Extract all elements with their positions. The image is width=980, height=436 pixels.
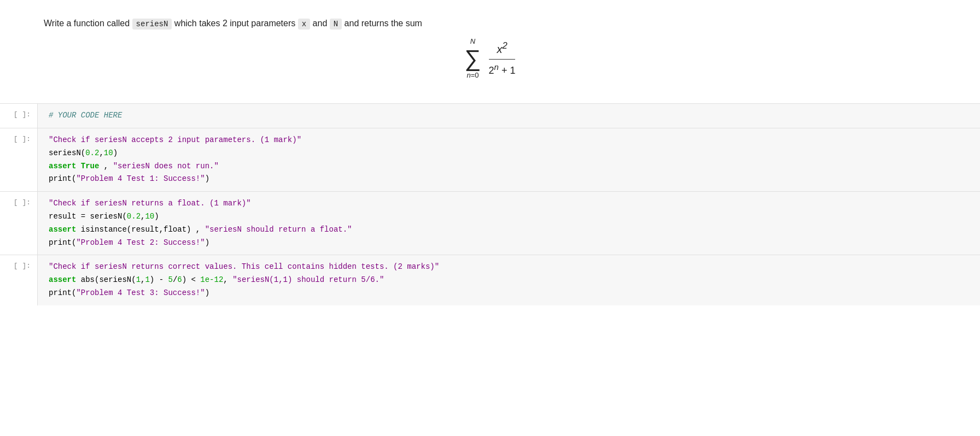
cell2-print-close: ) — [205, 174, 209, 183]
cell-label-1: [ ]: — [0, 104, 37, 128]
desc-param-n: N — [330, 19, 342, 30]
cell3-print-str: "Problem 4 Test 2: Success!" — [76, 238, 205, 247]
desc-param-x: x — [298, 19, 310, 30]
cell3-isinstance: isinstance(result,float) , — [81, 225, 205, 234]
cell-label-4: [ ]: — [0, 255, 37, 305]
cell-content-4[interactable]: "Check if seriesN returns correct values… — [37, 255, 980, 305]
cell3-assert-msg: "seriesN should return a float." — [205, 225, 352, 234]
code-cell-2[interactable]: [ ]: "Check if seriesN accepts 2 input p… — [0, 128, 980, 191]
cell3-print-close: ) — [205, 238, 209, 247]
cell-label-2: [ ]: — [0, 128, 37, 191]
cell3-string1: "Check if seriesN returns a float. (1 ma… — [49, 199, 251, 208]
desc-and: and — [313, 19, 330, 28]
cell-content-2[interactable]: "Check if seriesN accepts 2 input parame… — [37, 128, 980, 191]
code-cell-4[interactable]: [ ]: "Check if seriesN returns correct v… — [0, 255, 980, 305]
cell2-line1: "Check if seriesN accepts 2 input parame… — [49, 134, 969, 147]
math-formula: N ∑ n=0 x2 2n + 1 — [44, 31, 936, 93]
cell2-assert-rest: , — [99, 162, 113, 170]
cell3-line3: assert isinstance(result,float) , "serie… — [49, 223, 969, 237]
notebook-container: Write a function called seriesN which ta… — [0, 0, 980, 436]
sigma-symbol: ∑ — [465, 47, 481, 70]
denominator: 2n + 1 — [489, 60, 516, 79]
cell3-line2: result = seriesN(0.2,10) — [49, 210, 969, 223]
cell2-line4: print("Problem 4 Test 1: Success!") — [49, 173, 969, 186]
cell4-assert-msg: "seriesN(1,1) should return 5/6." — [232, 275, 384, 284]
description-cell: Write a function called seriesN which ta… — [0, 0, 980, 103]
cell3-assign: result = seriesN(0.2,10) — [49, 212, 159, 221]
cell2-assert-kw: assert — [49, 162, 81, 170]
cell4-line1: "Check if seriesN returns correct values… — [49, 261, 969, 274]
cell2-func-call: seriesN(0.2,10) — [49, 149, 118, 157]
cell4-line3: print("Problem 4 Test 3: Success!") — [49, 287, 969, 300]
cell-label-3: [ ]: — [0, 192, 37, 255]
cell2-print: print( — [49, 174, 76, 183]
code-cell-3[interactable]: [ ]: "Check if seriesN returns a float. … — [0, 191, 980, 255]
cell3-assert-kw: assert — [49, 225, 81, 234]
cell4-print-str: "Problem 4 Test 3: Success!" — [76, 288, 205, 297]
cell4-string1: "Check if seriesN returns correct values… — [49, 262, 439, 271]
comment-your-code: # YOUR CODE HERE — [49, 111, 122, 120]
cell-content-3[interactable]: "Check if seriesN returns a float. (1 ma… — [37, 192, 980, 255]
fraction: x2 2n + 1 — [489, 39, 516, 79]
cell4-print-close: ) — [205, 288, 209, 297]
cell3-line1: "Check if seriesN returns a float. (1 ma… — [49, 197, 969, 210]
cell4-print: print( — [49, 288, 76, 297]
desc-text-middle: which takes 2 input parameters — [174, 19, 298, 28]
cell3-line4: print("Problem 4 Test 2: Success!") — [49, 237, 969, 250]
desc-text-before: Write a function called — [44, 19, 130, 28]
cell4-line2: assert abs(seriesN(1,1) - 5/6) < 1e-12, … — [49, 274, 969, 287]
numerator: x2 — [497, 39, 507, 59]
cell2-string1: "Check if seriesN accepts 2 input parame… — [49, 135, 301, 144]
sum-limit-bottom: n=0 — [466, 70, 479, 81]
cell2-assert-msg: "seriesN does not run." — [113, 162, 219, 170]
cell3-print: print( — [49, 238, 76, 247]
cell2-line2: seriesN(0.2,10) — [49, 147, 969, 160]
desc-text-after: and returns the sum — [345, 19, 422, 28]
cell2-print-str: "Problem 4 Test 1: Success!" — [76, 174, 205, 183]
cell2-line3: assert True , "seriesN does not run." — [49, 160, 969, 173]
cell4-abs: abs(seriesN(1,1) - 5/6) < 1e-12, — [81, 275, 232, 284]
cell2-true-kw: True — [81, 162, 100, 170]
desc-func-name: seriesN — [132, 19, 172, 30]
cell-content-1[interactable]: # YOUR CODE HERE — [37, 104, 980, 128]
summation-symbol: N ∑ n=0 — [465, 36, 481, 82]
code-cell-1[interactable]: [ ]: # YOUR CODE HERE — [0, 103, 980, 128]
cell4-assert-kw: assert — [49, 275, 81, 284]
